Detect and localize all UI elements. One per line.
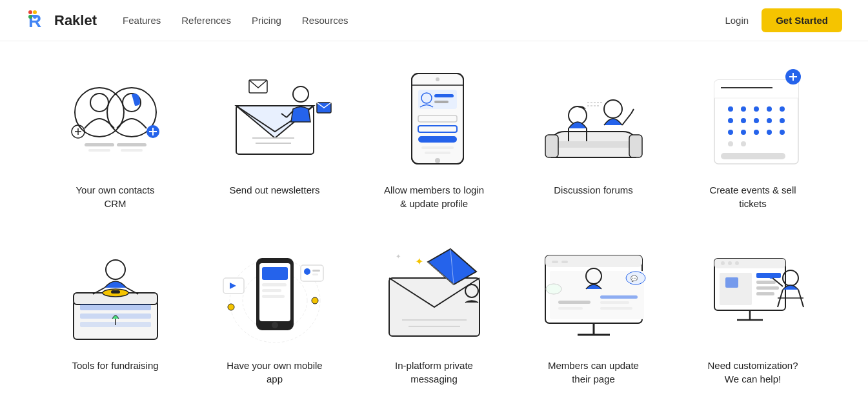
nav-references[interactable]: References [181,15,231,26]
svg-line-51 [631,109,634,114]
svg-rect-96 [262,283,287,286]
svg-text:✦: ✦ [396,253,401,260]
customization-illustration [695,243,811,346]
private-messaging-svg: ✦ ✦ [376,243,492,346]
svg-rect-122 [558,301,590,304]
svg-rect-43 [552,141,636,148]
svg-rect-39 [418,136,457,143]
members-page-svg: 💬 [536,243,652,346]
svg-rect-41 [425,152,450,154]
svg-rect-90 [111,290,120,294]
svg-point-147 [769,275,773,279]
svg-rect-103 [312,274,318,275]
svg-rect-148 [725,277,738,288]
svg-point-129 [546,284,561,294]
svg-point-49 [604,100,622,118]
svg-rect-36 [434,101,449,103]
svg-rect-95 [262,267,288,280]
private-messaging-label: In-platform private messaging [383,359,486,386]
feature-events-tickets: Create events & sell tickets [676,67,829,210]
discussion-forums-label: Discussion forums [554,183,633,197]
fundraising-svg [57,243,174,346]
svg-rect-125 [600,301,629,304]
nav-features[interactable]: Features [123,15,161,26]
svg-point-76 [728,141,733,146]
svg-rect-29 [412,74,463,164]
svg-point-66 [728,118,733,123]
events-tickets-label: Create events & sell tickets [701,183,805,210]
svg-point-72 [741,130,746,135]
svg-rect-115 [545,255,642,267]
svg-rect-33 [418,90,457,109]
logo[interactable]: R Raklet [26,9,97,32]
svg-point-75 [780,130,785,135]
nav-pricing[interactable]: Pricing [252,15,281,26]
svg-point-32 [436,77,439,81]
svg-rect-137 [756,281,776,284]
svg-rect-19 [121,149,143,152]
svg-text:✦: ✦ [415,256,423,267]
feature-members-page: 💬 Members can update their page [517,243,670,386]
svg-point-3 [33,10,37,14]
mobile-app-label: Have your own mobile app [223,359,327,386]
feature-mobile-app: Have your own mobile app [198,243,351,386]
svg-point-73 [754,130,759,135]
svg-rect-56 [714,92,798,98]
contacts-crm-illustration [57,67,174,170]
svg-rect-17 [88,149,110,152]
events-tickets-svg [695,67,811,170]
feature-contacts-crm: Your own contacts CRM [39,67,192,210]
svg-rect-16 [85,143,114,146]
svg-point-101 [304,268,310,275]
feature-fundraising: Tools for fundraising [39,243,192,386]
main-content: Your own contacts CRM [0,41,868,412]
svg-rect-126 [600,307,632,310]
svg-point-106 [312,297,318,304]
svg-point-69 [767,118,772,123]
svg-point-42 [435,158,440,163]
svg-rect-136 [756,273,781,278]
svg-point-134 [735,261,739,265]
nav-right: Login Get Started [725,8,842,32]
svg-point-63 [754,106,759,112]
svg-rect-124 [600,295,638,299]
svg-point-2 [28,10,32,14]
nav-links: Features References Pricing Resources [123,15,348,26]
svg-rect-44 [545,135,558,157]
svg-point-107 [228,304,234,310]
svg-point-86 [106,260,125,279]
contacts-crm-svg [57,67,174,170]
navbar: R Raklet Features References Pricing Res… [0,0,868,41]
svg-point-65 [780,106,785,112]
feature-discussion-forums: Discussion forums [517,67,670,210]
members-page-illustration: 💬 [536,243,652,346]
feature-private-messaging: ✦ ✦ In-platform private messaging [358,243,510,386]
logo-text: Raklet [54,12,97,29]
svg-rect-116 [552,261,558,263]
logo-icon: R [26,9,49,32]
svg-rect-123 [558,307,583,310]
private-messaging-illustration: ✦ ✦ [376,243,492,346]
svg-rect-102 [312,270,320,272]
svg-rect-98 [262,295,285,298]
svg-point-133 [728,261,732,265]
svg-rect-117 [561,261,568,263]
feature-customization: Need customization? We can help! [676,243,829,386]
svg-point-99 [272,322,278,328]
svg-rect-40 [421,146,454,149]
svg-point-74 [767,130,772,135]
newsletters-illustration [217,67,333,170]
discussion-forums-svg [536,67,652,170]
svg-rect-97 [262,289,281,292]
contacts-crm-label: Your own contacts CRM [64,183,167,210]
get-started-button[interactable]: Get Started [762,8,842,32]
svg-point-68 [754,118,759,123]
svg-rect-131 [714,259,785,268]
svg-rect-138 [756,286,779,290]
discussion-forums-illustration [536,67,652,170]
nav-resources[interactable]: Resources [302,15,348,26]
mobile-app-svg [217,243,333,346]
events-tickets-illustration [695,67,811,170]
feature-member-login: Allow members to login & update profile [358,67,510,210]
login-link[interactable]: Login [725,15,749,26]
